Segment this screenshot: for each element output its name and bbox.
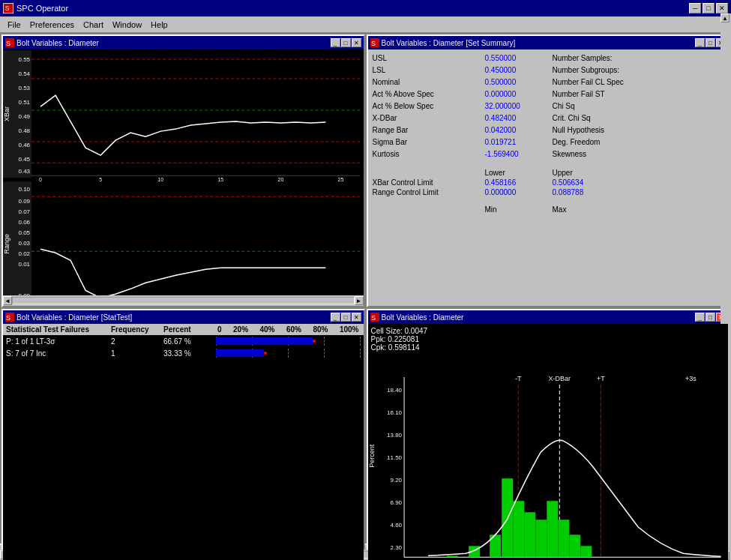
stat-row-kurtosis: Kurtosis -1.569400 Skewness (373, 148, 724, 160)
bolt-summary-titlebar[interactable]: S Bolt Variables : Diameter [Set Summary… (368, 36, 729, 49)
stattest-maximize-btn[interactable]: □ (341, 313, 351, 322)
stattest-header: Statistical Test Failures Frequency Perc… (3, 324, 364, 335)
svg-text:S: S (371, 314, 376, 322)
bolt-stattest-title: Bolt Variables : Diameter [StatTest] (16, 313, 132, 322)
minimize-button[interactable]: ─ (689, 3, 701, 13)
test-2-label: S: 7 of 7 Inc (6, 349, 111, 358)
chart-close-btn[interactable]: ✕ (352, 38, 361, 47)
svg-text:0.10: 0.10 (18, 186, 30, 193)
histogram-minimize-btn[interactable]: _ (695, 313, 705, 322)
stat-row-xdbar: X-DBar 0.482400 Crit. Chi Sq (373, 112, 724, 124)
svg-text:0: 0 (39, 177, 42, 182)
histogram-maximize-btn[interactable]: □ (706, 313, 715, 322)
ctrl-lim-header: Lower Upper (373, 168, 724, 178)
title-bar-buttons: ─ □ ✕ (689, 3, 728, 13)
svg-text:0.09: 0.09 (18, 198, 30, 205)
svg-text:5: 5 (99, 177, 102, 182)
svg-text:0.07: 0.07 (18, 208, 30, 215)
xbar-range-chart: XBar 0.55 0.54 0.53 0.51 0.49 0.48 0.46 … (3, 49, 364, 306)
bolt-histogram-titlebar[interactable]: S Bolt Variables : Diameter _ □ ✕ (368, 310, 729, 324)
menu-window[interactable]: Window (108, 19, 146, 31)
summary-maximize-btn[interactable]: □ (706, 38, 715, 47)
chart-content: XBar 0.55 0.54 0.53 0.51 0.49 0.48 0.46 … (3, 49, 364, 306)
cpk-label: Cpk: 0.598114 (371, 343, 428, 352)
menu-file[interactable]: File (3, 19, 25, 31)
svg-text:+T: +T (596, 375, 604, 382)
chart-hscrollbar[interactable]: ◄ ► (3, 295, 364, 306)
bolt-stattest-titlebar[interactable]: S Bolt Variables : Diameter [StatTest] _… (3, 310, 364, 324)
stattest-minimize-btn[interactable]: _ (331, 313, 340, 322)
bolt-stattest-panel: S Bolt Variables : Diameter [StatTest] _… (1, 309, 365, 560)
summary-content: USL 0.550000 Number Samples: LSL 0.45000… (368, 49, 729, 306)
chart-maximize-btn[interactable]: □ (341, 38, 351, 47)
test-1-pct: 66.67 % (163, 337, 216, 346)
svg-text:XBar: XBar (3, 106, 10, 121)
stat-row-act-below: Act % Below Spec 32.000000 Chi Sq (373, 100, 724, 112)
histogram-content: Cell Size: 0.0047 Ppk: 0.225081 Cpk: 0.5… (368, 324, 729, 560)
stat-row-sigmabar: Sigma Bar 0.019721 Deg. Freedom (373, 136, 724, 148)
menu-help[interactable]: Help (146, 19, 172, 31)
svg-text:S: S (371, 40, 376, 47)
usl-label: USL (373, 53, 485, 64)
histogram-svg: Percent 2.30 4.60 6.90 9.20 11.50 13.80 … (368, 324, 729, 560)
svg-text:0.46: 0.46 (18, 142, 30, 148)
svg-rect-78 (547, 502, 558, 558)
menu-chart[interactable]: Chart (79, 19, 108, 31)
bolt-chart-titlebar[interactable]: S Bolt Variables : Diameter _ □ ✕ (3, 36, 364, 49)
svg-rect-75 (513, 502, 524, 558)
col-test-failures: Statistical Test Failures (6, 325, 111, 334)
maximize-button[interactable]: □ (703, 3, 715, 13)
bolt-chart-title: Bolt Variables : Diameter (16, 39, 99, 47)
test-1-freq: 2 (111, 337, 163, 346)
bolt-summary-title: Bolt Variables : Diameter [Set Summary] (382, 39, 516, 47)
test-1-label: P: 1 of 1 LT-3σ (6, 337, 111, 346)
stattest-row-1: P: 1 of 1 LT-3σ 2 66.67 % (3, 335, 364, 347)
stattest-row-2: S: 7 of 7 Inc 1 33.33 % (3, 347, 364, 359)
svg-text:20: 20 (277, 177, 283, 182)
svg-text:0.48: 0.48 (18, 127, 30, 134)
svg-text:S: S (5, 4, 10, 12)
stat-row-lsl: LSL 0.450000 Number Subgroups: (373, 64, 724, 76)
svg-rect-81 (580, 547, 592, 558)
main-area: S Bolt Variables : Diameter _ □ ✕ XBar 0… (0, 33, 731, 544)
svg-rect-77 (535, 520, 547, 558)
svg-rect-80 (569, 535, 580, 558)
summary-icon: S (370, 38, 379, 47)
svg-text:0.49: 0.49 (18, 113, 30, 120)
ctrl-lim-range: Range Control Limit 0.000000 0.088788 (373, 187, 724, 197)
col-frequency: Frequency (111, 325, 163, 334)
svg-text:0.45: 0.45 (18, 156, 30, 163)
stattest-close-btn[interactable]: ✕ (352, 313, 361, 322)
menu-bar: File Preferences Chart Window Help (0, 16, 731, 33)
usl-value: 0.550000 (485, 53, 553, 64)
app-icon: S (3, 3, 13, 13)
test-2-freq: 1 (111, 349, 163, 358)
close-button[interactable]: ✕ (716, 3, 728, 13)
num-samples-label: Number Samples: (553, 53, 650, 64)
col-bar-scale: 020%40%60%80%100% (216, 325, 361, 334)
menu-preferences[interactable]: Preferences (25, 19, 79, 31)
chart-minimize-btn[interactable]: _ (331, 38, 340, 47)
app-title: SPC Operator (16, 4, 68, 13)
svg-text:0.05: 0.05 (18, 229, 30, 236)
svg-text:0.55: 0.55 (18, 56, 30, 63)
stat-row-usl: USL 0.550000 Number Samples: (373, 52, 724, 64)
svg-rect-79 (558, 520, 569, 558)
svg-text:S: S (6, 40, 10, 47)
stattest-icon: S (5, 313, 14, 322)
summary-minimize-btn[interactable]: _ (695, 38, 705, 47)
svg-text:X-DBar: X-DBar (548, 375, 571, 382)
svg-text:Percent: Percent (368, 445, 376, 469)
svg-rect-16 (31, 54, 360, 175)
svg-text:0.54: 0.54 (18, 70, 30, 77)
ctrl-lim-xbar: XBar Control Limit 0.458166 0.506634 (373, 178, 724, 187)
stat-row-act-above: Act % Above Spec 0.000000 Number Fail ST (373, 88, 724, 100)
app-title-bar: S SPC Operator ─ □ ✕ (0, 0, 731, 16)
minmax-header: Min Max (373, 205, 724, 214)
svg-text:0.51: 0.51 (18, 99, 30, 106)
test-1-bar (216, 337, 361, 346)
histogram-icon: S (370, 313, 379, 322)
svg-text:15: 15 (217, 177, 223, 182)
svg-text:Range: Range (3, 234, 10, 254)
stattest-empty (3, 359, 364, 509)
